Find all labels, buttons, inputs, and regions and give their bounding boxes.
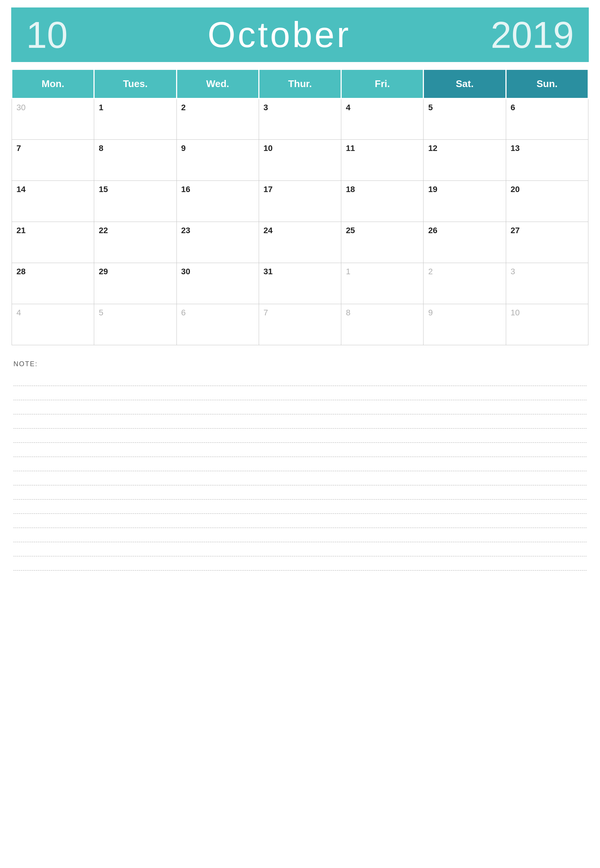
calendar-header: 10 October 2019 (11, 8, 589, 62)
day-number: 30 (181, 267, 190, 276)
day-number: 3 (511, 267, 515, 276)
calendar-cell: 24 (259, 222, 341, 263)
day-number: 18 (346, 184, 355, 194)
day-number: 29 (99, 267, 108, 276)
day-number: 30 (17, 103, 26, 112)
calendar-week-row: 45678910 (12, 304, 588, 345)
day-number: 10 (511, 308, 520, 317)
day-header-thu: Thur. (259, 70, 341, 99)
day-number: 7 (264, 308, 268, 317)
calendar-cell: 4 (341, 99, 424, 140)
day-header-tue: Tues. (94, 70, 176, 99)
calendar-cell: 4 (12, 304, 94, 345)
day-header-sat: Sat. (424, 70, 506, 99)
note-line (14, 400, 586, 414)
calendar-cell: 7 (12, 140, 94, 181)
day-number: 3 (264, 103, 268, 112)
day-number: 9 (428, 308, 433, 317)
day-number: 1 (346, 267, 350, 276)
day-number: 10 (264, 144, 273, 153)
calendar-cell: 30 (176, 263, 259, 304)
day-number: 6 (181, 308, 186, 317)
day-number: 17 (264, 184, 273, 194)
day-header-row: Mon. Tues. Wed. Thur. Fri. Sat. Sun. (12, 70, 588, 99)
calendar-cell: 5 (94, 304, 176, 345)
day-number: 15 (99, 184, 108, 194)
note-lines (14, 372, 586, 570)
day-number: 1 (99, 103, 103, 112)
calendar-cell: 10 (259, 140, 341, 181)
day-number: 5 (428, 103, 433, 112)
note-line (14, 556, 586, 570)
calendar-cell: 18 (341, 181, 424, 222)
calendar-week-row: 14151617181920 (12, 181, 588, 222)
day-number: 23 (181, 226, 190, 235)
calendar-cell: 11 (341, 140, 424, 181)
calendar-cell: 1 (94, 99, 176, 140)
calendar-cell: 31 (259, 263, 341, 304)
calendar-cell: 6 (506, 99, 588, 140)
calendar-week-row: 78910111213 (12, 140, 588, 181)
day-number: 8 (346, 308, 350, 317)
day-number: 7 (17, 144, 21, 153)
note-line (14, 457, 586, 471)
calendar-cell: 13 (506, 140, 588, 181)
calendar-cell: 8 (94, 140, 176, 181)
month-name: October (68, 14, 491, 55)
day-number: 28 (17, 267, 26, 276)
note-line (14, 514, 586, 528)
calendar-cell: 9 (176, 140, 259, 181)
calendar-grid: Mon. Tues. Wed. Thur. Fri. Sat. Sun. 301… (11, 69, 589, 345)
day-number: 19 (428, 184, 437, 194)
calendar-cell: 26 (424, 222, 506, 263)
note-line (14, 443, 586, 457)
calendar-cell: 19 (424, 181, 506, 222)
note-line (14, 414, 586, 429)
calendar-cell: 23 (176, 222, 259, 263)
calendar-cell: 9 (424, 304, 506, 345)
day-number: 11 (346, 144, 355, 153)
day-number: 20 (511, 184, 520, 194)
day-header-mon: Mon. (12, 70, 94, 99)
calendar-cell: 12 (424, 140, 506, 181)
day-number: 4 (346, 103, 350, 112)
note-line (14, 500, 586, 514)
calendar-cell: 7 (259, 304, 341, 345)
day-number: 6 (511, 103, 515, 112)
calendar-cell: 1 (341, 263, 424, 304)
calendar-cell: 2 (424, 263, 506, 304)
calendar-cell: 3 (506, 263, 588, 304)
calendar-week-row: 28293031123 (12, 263, 588, 304)
month-number: 10 (26, 16, 68, 53)
day-header-fri: Fri. (341, 70, 424, 99)
calendar-cell: 14 (12, 181, 94, 222)
calendar-cell: 3 (259, 99, 341, 140)
calendar-cell: 22 (94, 222, 176, 263)
note-line (14, 372, 586, 386)
day-number: 2 (428, 267, 433, 276)
day-number: 26 (428, 226, 437, 235)
calendar-cell: 29 (94, 263, 176, 304)
calendar-cell: 6 (176, 304, 259, 345)
note-line (14, 542, 586, 556)
note-section: NOTE: (11, 360, 589, 570)
calendar-cell: 16 (176, 181, 259, 222)
day-number: 2 (181, 103, 186, 112)
day-number: 13 (511, 144, 520, 153)
calendar-cell: 10 (506, 304, 588, 345)
note-line (14, 471, 586, 485)
calendar-cell: 20 (506, 181, 588, 222)
day-number: 27 (511, 226, 520, 235)
calendar-cell: 30 (12, 99, 94, 140)
calendar-cell: 25 (341, 222, 424, 263)
day-number: 4 (17, 308, 21, 317)
note-line (14, 386, 586, 400)
day-number: 9 (181, 144, 186, 153)
calendar-cell: 15 (94, 181, 176, 222)
day-header-wed: Wed. (176, 70, 259, 99)
note-line (14, 429, 586, 443)
calendar-week-row: 21222324252627 (12, 222, 588, 263)
calendar-cell: 5 (424, 99, 506, 140)
note-line (14, 485, 586, 500)
note-line (14, 528, 586, 542)
